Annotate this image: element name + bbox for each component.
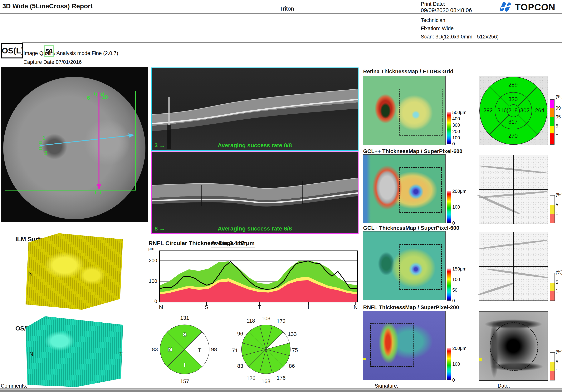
gclpp-map-title: GCL++ ThicknessMap / SuperPixel-600 [363,148,462,154]
percent-label: 1 [556,211,558,216]
rnfl-percent-colorbar [550,352,555,380]
device-name: Triton [280,5,294,12]
retina-thickness-map-image [363,76,445,145]
oct-bscan-image [152,68,358,150]
rnfl-y-unit: μm [148,246,154,251]
report-title: 3D Wide (5LineCross) Report [2,2,93,10]
fixation-label: Fixation: Wide [421,25,454,32]
image-quality-value: 50 [44,45,54,57]
quadrant-letter-i: I [184,362,185,368]
scan-tick [39,149,42,150]
scale-label: 200μm [452,346,467,351]
percent-label: 99 [556,105,561,111]
topcon-logo-icon [500,1,514,13]
gclpp-thickness-map-image [363,154,445,223]
percent-title: (%) [556,349,562,355]
rnfl-map-title: RNFL ThicknessMap / SuperPixel-200 [363,304,459,310]
osrpe-nasal-label: N [29,351,34,357]
etdrs-center: 218 [508,107,518,114]
scan-line-number-5: 5 [44,150,47,156]
gclp-significance-map [479,232,548,301]
scan-tick [39,143,42,144]
gclp-map-colorbar [447,269,451,301]
etdrs-outer-left: 292 [483,107,493,114]
percent-title: (%) [556,94,562,99]
gclpp-significance-map [479,155,548,224]
report-page: 3D Wide (5LineCross) Report Triton Print… [0,0,562,392]
quadrant-value-s: 131 [180,315,189,321]
etdrs-inner-top: 320 [508,96,518,103]
percent-label: 5 [556,280,558,285]
rnfl-xlabel-i: I [308,304,309,310]
gclpp-map-colorbar [447,191,451,223]
oct-bscan-image [152,152,358,233]
averaging-note: Averaging success rate 8/8 [152,142,358,149]
header-divider-bottom [22,42,562,43]
percent-label: 5 [556,359,558,365]
quadrant-letter-n: N [168,346,172,353]
ilm-nasal-label: N [28,270,33,277]
gclpp-percent-colorbar [550,195,555,223]
percent-title: (%) [556,270,562,275]
retina-map-colorbar [447,112,451,144]
section-marker [363,358,366,360]
scan-line-number-6: 6 [87,95,90,101]
disc-dashed-circle [490,322,538,371]
scan-tick [95,191,96,194]
clock-value-2: 133 [288,331,297,337]
scale-label: 100 [452,204,460,210]
rnfl-average-value: Average 117 μm [211,240,255,248]
scan-tick [98,191,98,194]
header-divider-top [0,13,562,14]
clock-value-1: 173 [277,318,286,324]
percent-title: (%) [556,192,562,197]
rnfl-disc-photo [479,311,548,381]
capture-date-label: Capture Date:07/01/2016 [23,59,82,65]
clock-value-6: 168 [261,378,270,384]
scale-label: 100 [452,361,460,367]
clock-value-8: 83 [237,363,243,369]
analysis-area-outline [399,89,443,136]
rnfl-clock-chart [241,324,291,374]
analysis-area-outline [399,167,442,213]
gclp-thickness-map-image [363,231,445,300]
clock-value-4: 86 [289,363,295,369]
etdrs-outer-top: 289 [508,82,518,88]
scan-tick [100,191,101,194]
scan-line-arrows [1,67,148,222]
etdrs-inner-left: 316 [497,107,507,114]
gclp-map-title: GCL+ ThicknessMap / SuperPixel-600 [363,225,459,231]
clock-value-5: 176 [277,375,286,381]
rnfl-ytick-200: 200 [146,258,157,263]
ilm-surface-render [25,233,123,310]
averaging-note: Averaging success rate 8/8 [152,225,358,232]
scan-tick [96,93,97,96]
quadrant-letter-t: T [198,347,201,353]
scan-line-number-1: 1 [42,135,46,141]
topcon-logo-text: TOPCON [515,2,555,12]
rnfl-ytick-100: 100 [146,278,157,284]
etdrs-outer-bottom: 270 [508,133,518,139]
rnfl-map-colorbar [447,348,451,380]
clock-value-11: 118 [246,318,255,324]
grid-cross [479,189,548,190]
footer-rule [0,388,562,389]
scan-tick [39,147,42,148]
clock-value-10: 96 [237,331,243,337]
percent-label: 5 [556,202,558,207]
analysis-mode-label: Analysis mode:Fine (2.0.7) [57,50,118,56]
osrpe-temporal-label: T [119,351,123,357]
clock-value-12: 103 [261,315,270,322]
clock-value-3: 75 [292,347,298,353]
percent-label: 1 [556,288,558,294]
eye-badge: OS(L) [1,43,23,59]
percent-label: 1 [556,368,558,373]
clock-value-9: 71 [232,347,238,354]
scan-tick [39,142,42,143]
percent-label: 5 [556,123,558,129]
scale-label: 0 [452,141,455,146]
scan-label: Scan: 3D(12.0x9.0mm - 512x256) [421,34,499,40]
scale-label: 0 [452,377,455,383]
rnfl-xlabel-n1: N [159,304,163,310]
quadrant-value-t: 98 [211,346,217,353]
